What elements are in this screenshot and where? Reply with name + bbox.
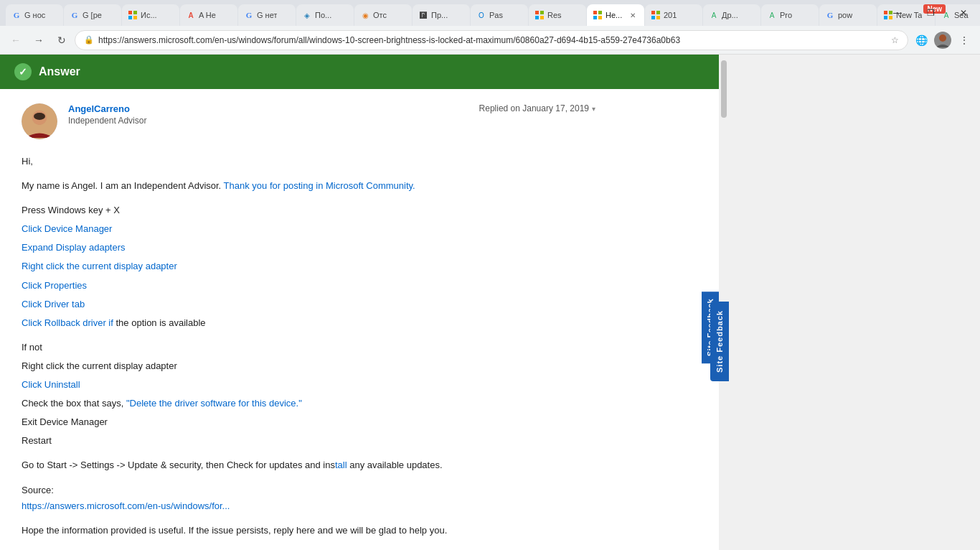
reply-date: Replied on January 17, 2019 ▾ bbox=[479, 103, 595, 113]
tab-7[interactable]: ◉ Отс bbox=[354, 4, 412, 26]
tab-title-3: Ис... bbox=[141, 11, 157, 19]
tab-1[interactable]: G G нос bbox=[6, 4, 63, 26]
tab-favicon-8: 🅿 bbox=[418, 10, 428, 20]
source-label: Source: bbox=[22, 485, 54, 495]
tab-favicon-15: G bbox=[825, 10, 835, 20]
author-avatar bbox=[22, 103, 57, 139]
intro-text: My name is Angel. I am an Independent Ad… bbox=[22, 178, 595, 194]
tab-title-13: Др... bbox=[722, 11, 738, 19]
tab-2[interactable]: G G [ре bbox=[64, 4, 121, 26]
tab-title-8: Пр... bbox=[431, 11, 448, 19]
bookmark-icon[interactable]: ☆ bbox=[891, 35, 899, 45]
chevron-down-icon[interactable]: ▾ bbox=[592, 105, 595, 113]
tab-favicon-12 bbox=[651, 10, 661, 20]
tab-13[interactable]: A Др... bbox=[703, 4, 760, 26]
tab-10[interactable]: Res bbox=[529, 4, 586, 26]
steps-section: Press Windows key + X Click Device Manag… bbox=[22, 202, 595, 331]
lock-icon: 🔒 bbox=[84, 35, 94, 45]
tab-11-active[interactable]: Не... ✕ bbox=[587, 4, 644, 26]
nav-right-buttons: 🌐 ⋮ bbox=[911, 30, 974, 50]
menu-button[interactable]: ⋮ bbox=[954, 30, 974, 50]
tab-6[interactable]: ◈ По... bbox=[296, 4, 354, 26]
tab-title-4: A Не bbox=[199, 11, 216, 19]
step-3: Expand Display adapters bbox=[22, 240, 595, 256]
back-button[interactable]: ← bbox=[6, 30, 26, 50]
tab-title-11: Не... bbox=[606, 11, 622, 19]
reply-date-text: Replied on January 17, 2019 bbox=[479, 103, 589, 113]
page-area: ✓ Answer bbox=[0, 55, 980, 550]
navigation-bar: ← → ↻ 🔒 https://answers.microsoft.com/en… bbox=[0, 26, 980, 55]
profile-button[interactable] bbox=[933, 30, 953, 50]
step-6: Click Driver tab bbox=[22, 297, 595, 312]
tab-favicon-9: O bbox=[476, 10, 486, 20]
tab-favicon-10 bbox=[534, 10, 545, 20]
source-section: Source: https://answers.microsoft.com/en… bbox=[22, 483, 595, 514]
if-not-section: If not Right click the current display a… bbox=[22, 340, 595, 449]
tab-favicon-13: A bbox=[709, 10, 719, 20]
svg-point-4 bbox=[34, 113, 45, 120]
tab-title-14: Pro bbox=[780, 11, 792, 19]
step-5: Click Properties bbox=[22, 278, 595, 294]
tab-favicon-3 bbox=[128, 10, 138, 20]
tab-4[interactable]: A A Не bbox=[180, 4, 237, 26]
tab-15[interactable]: G pow bbox=[819, 4, 877, 26]
author-info: AngelCarreno Independent Advisor bbox=[68, 103, 468, 126]
site-feedback-button[interactable]: Site Feedback bbox=[710, 302, 729, 381]
tab-8[interactable]: 🅿 Пр... bbox=[413, 4, 470, 26]
post-meta: AngelCarreno Independent Advisor Replied… bbox=[22, 103, 595, 139]
answer-header-label: Answer bbox=[39, 65, 80, 78]
tab-5[interactable]: G G нет bbox=[238, 4, 296, 26]
step-1: Press Windows key + X bbox=[22, 202, 595, 218]
tab-title-1: G нос bbox=[24, 11, 45, 19]
tab-title-7: Отс bbox=[373, 11, 387, 19]
refresh-button[interactable]: ↻ bbox=[52, 30, 72, 50]
go-to-text: Go to Start -> Settings -> Update & secu… bbox=[22, 457, 595, 473]
tab-favicon-6: ◈ bbox=[302, 10, 312, 20]
source-link[interactable]: https://answers.microsoft.com/en-us/wind… bbox=[22, 500, 230, 511]
thank-you-link[interactable]: Thank you for posting in Microsoft Commu… bbox=[224, 180, 415, 191]
tab-favicon-11 bbox=[593, 10, 603, 20]
browser-window: G G нос G G [ре Ис... A A Не G G нет ◈ П… bbox=[0, 0, 980, 550]
tab-14[interactable]: A Pro bbox=[761, 4, 819, 26]
tab-favicon-2: G bbox=[70, 10, 80, 20]
answer-checkmark-icon: ✓ bbox=[14, 63, 32, 80]
tab-favicon-7: ◉ bbox=[360, 10, 370, 20]
tab-favicon-5: G bbox=[244, 10, 254, 20]
step2-5: Restart bbox=[22, 433, 595, 449]
tab-9[interactable]: O Pas bbox=[471, 4, 528, 26]
step2-2: Click Uninstall bbox=[22, 377, 595, 393]
author-name[interactable]: AngelCarreno bbox=[68, 103, 468, 114]
tab-title-12: 201 bbox=[664, 11, 677, 19]
tab-close-11[interactable]: ✕ bbox=[627, 9, 639, 21]
tab-title-9: Pas bbox=[489, 11, 503, 19]
step-4: Right click the current display adapter bbox=[22, 258, 595, 274]
tab-title-15: pow bbox=[838, 11, 852, 19]
right-sidebar bbox=[729, 55, 980, 550]
scrollbar-thumb[interactable] bbox=[721, 60, 727, 118]
greeting-text: Hi, bbox=[22, 154, 595, 169]
tab-3[interactable]: Ис... bbox=[122, 4, 179, 26]
extensions-button[interactable]: 🌐 bbox=[911, 30, 931, 50]
hope-text: Hope the information provided is useful.… bbox=[22, 523, 595, 539]
tab-12[interactable]: 201 bbox=[645, 4, 702, 26]
main-content: ✓ Answer bbox=[0, 55, 719, 550]
if-not-label: If not bbox=[22, 340, 595, 355]
tab-favicon-14: A bbox=[767, 10, 777, 20]
user-avatar bbox=[934, 32, 951, 49]
step-2: Click Device Manager bbox=[22, 221, 595, 237]
window-controls: — ❐ ✕ bbox=[881, 0, 980, 26]
step2-3: Check the box that says, "Delete the dri… bbox=[22, 396, 595, 411]
tab-title-5: G нет bbox=[257, 11, 277, 19]
tab-favicon-4: A bbox=[186, 10, 196, 20]
maximize-button[interactable]: ❐ bbox=[914, 0, 947, 26]
svg-point-0 bbox=[939, 34, 946, 42]
url-text: https://answers.microsoft.com/en-us/wind… bbox=[98, 35, 887, 45]
minimize-button[interactable]: — bbox=[881, 0, 914, 26]
tab-title-2: G [ре bbox=[83, 11, 102, 19]
answer-header: ✓ Answer bbox=[0, 55, 719, 89]
close-button[interactable]: ✕ bbox=[947, 0, 980, 26]
sign-off-text: Angel. bbox=[22, 547, 595, 550]
forward-button[interactable]: → bbox=[29, 30, 49, 50]
address-bar[interactable]: 🔒 https://answers.microsoft.com/en-us/wi… bbox=[75, 30, 908, 50]
step2-1: Right click the current display adapter bbox=[22, 358, 595, 374]
